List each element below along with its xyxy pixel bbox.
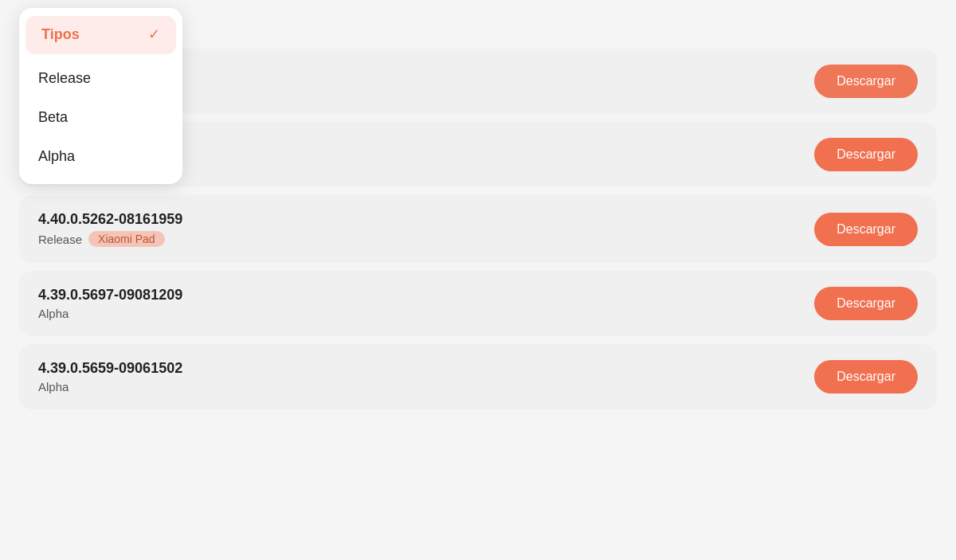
filter-bar: ↓ ▲▼ Tipos ✓ Release Beta Alpha: [19, 16, 937, 33]
list-item: 4.40.0.5262-08161959 Release Xiaomi Pad …: [19, 195, 937, 263]
dropdown-header: Tipos ✓: [25, 16, 176, 54]
item-badge: Xiaomi Pad: [88, 231, 165, 247]
item-type: Alpha: [38, 380, 69, 394]
item-info: 4.40.0.5262-08161959 Release Xiaomi Pad: [38, 211, 182, 247]
dropdown-item-beta[interactable]: Beta: [19, 98, 182, 137]
download-button[interactable]: Descargar: [814, 138, 918, 171]
item-meta: Alpha: [38, 380, 182, 394]
check-icon: ✓: [148, 25, 160, 43]
list-item: 4.39.0.5697-09081209 Alpha Descargar: [19, 271, 937, 336]
dropdown-title: Tipos: [41, 26, 80, 43]
download-button[interactable]: Descargar: [814, 213, 918, 246]
dropdown-item-alpha[interactable]: Alpha: [19, 137, 182, 176]
item-version: 4.40.0.5262-08161959: [38, 211, 182, 228]
item-meta: Release Xiaomi Pad: [38, 231, 182, 247]
item-type: Release: [38, 233, 82, 246]
item-version: 4.39.0.5697-09081209: [38, 287, 182, 303]
download-button[interactable]: Descargar: [814, 287, 918, 320]
item-info: 4.39.0.5659-09061502 Alpha: [38, 360, 182, 394]
item-meta: Alpha: [38, 307, 182, 320]
page-container: ↓ ▲▼ Tipos ✓ Release Beta Alpha: [0, 0, 956, 560]
tipos-dropdown[interactable]: Tipos ✓ Release Beta Alpha: [19, 8, 182, 184]
list-item: 4.39.0.5659-09061502 Alpha Descargar: [19, 344, 937, 409]
download-button[interactable]: Descargar: [814, 65, 918, 98]
item-version: 4.39.0.5659-09061502: [38, 360, 182, 377]
item-info: 4.39.0.5697-09081209 Alpha: [38, 287, 182, 320]
item-type: Alpha: [38, 307, 69, 320]
download-button[interactable]: Descargar: [814, 360, 918, 394]
dropdown-item-release[interactable]: Release: [19, 59, 182, 98]
list-container: 4.40.0.5262-08161959 Release Xiaomi Pad …: [19, 195, 937, 409]
